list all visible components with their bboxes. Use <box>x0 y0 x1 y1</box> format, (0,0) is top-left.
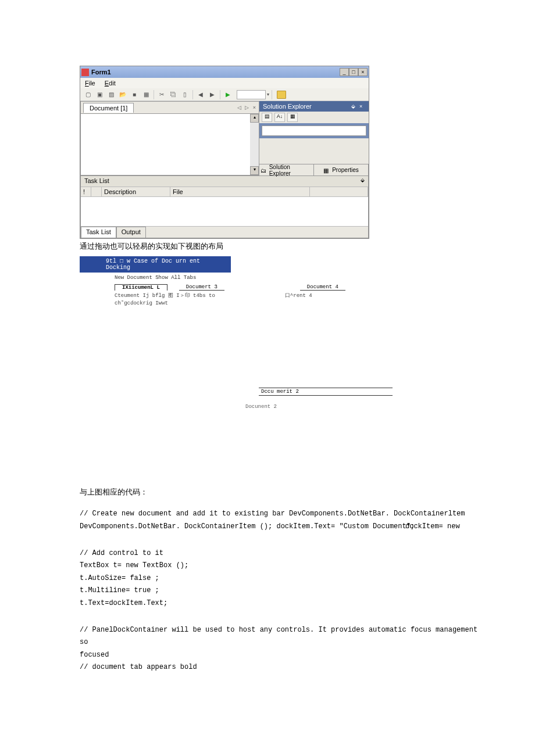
solution-search-input[interactable] <box>262 126 366 136</box>
col-description[interactable]: Description <box>102 187 170 196</box>
tab-output[interactable]: Output <box>116 227 146 238</box>
col-file[interactable]: File <box>170 187 310 196</box>
copy-icon[interactable]: ⿻ <box>168 89 179 100</box>
window-title: Form1 <box>91 69 340 76</box>
tab-close-icon[interactable]: × <box>251 105 258 111</box>
run-icon[interactable]: ▶ <box>223 89 233 100</box>
copy-windows-icon[interactable]: ▣ <box>94 89 105 100</box>
tasklist-pin-icon[interactable]: ⬙ <box>361 177 365 185</box>
config-dropdown[interactable] <box>237 90 266 99</box>
fig2-text-3: ch˜gcdockrig Iwwt <box>115 300 168 306</box>
fig2-tab-3[interactable]: Document 4 <box>300 284 345 291</box>
tab-tasklist[interactable]: Task List <box>81 227 116 238</box>
sort-icon[interactable]: A↓ <box>274 113 285 122</box>
tasklist-header-row: ! Description File <box>81 187 368 197</box>
code-line-right: dockItem= new <box>405 521 460 533</box>
document-panel: Document [1] ◁ ▷ × ▴ ▾ <box>80 101 259 175</box>
fig2-lower-tab[interactable]: Dccu merit 2 <box>259 388 393 396</box>
code-line: // Create new document and add it to exi… <box>80 508 487 521</box>
caption-1: 通过拖动也可以轻易的实现如下视图的布局 <box>80 241 535 252</box>
solution-title: Solution Explorer <box>263 103 351 110</box>
code-line: t.Multiline= true ; <box>80 585 487 597</box>
tasklist-title: Task List <box>84 177 361 185</box>
form1-window: Form1 _ □ × File Edit ▢ ▣ ▨ 📂 ■ ▦ ✂ ⿻ ▯ … <box>80 66 369 239</box>
fig2-text-2: 口^rent 4 <box>285 292 312 299</box>
fig2-tab-1[interactable]: IXiicumenL L <box>115 284 167 291</box>
props-icon[interactable]: ▦ <box>287 113 298 122</box>
tasklist-panel: Task List ⬙ ! Description File Task List… <box>80 175 369 238</box>
nav-back-icon[interactable]: ◀ <box>195 89 206 100</box>
tasklist-body[interactable] <box>81 197 368 226</box>
col-priority[interactable]: ! <box>81 187 91 196</box>
fig2-lower-label: Docunent 2 <box>245 404 394 410</box>
solution-explorer-icon: 🗂 <box>261 167 268 173</box>
col-spacer <box>310 187 368 196</box>
code-line: // document tab appears bold <box>80 661 487 674</box>
nav-fwd-icon[interactable]: ▶ <box>207 89 217 100</box>
solution-explorer-panel: Solution Explorer ⬙ × ▤ A↓ ▦ 🗂 Solution … <box>259 101 369 175</box>
code-line: TextBox t= new TextBox (); <box>80 560 487 572</box>
maximize-button[interactable]: □ <box>349 68 358 76</box>
document-tab[interactable]: Document [1] <box>83 103 134 113</box>
tab-prev-icon[interactable]: ◁ <box>236 105 242 111</box>
saveall-icon[interactable]: ▦ <box>141 89 151 100</box>
tab-next-icon[interactable]: ▷ <box>244 105 250 111</box>
open-icon[interactable]: 📂 <box>117 89 128 100</box>
code-heading: 与上图相应的代码： <box>80 485 487 499</box>
fig2-subtitle: New Document Show All Tabs <box>80 273 394 282</box>
save-icon[interactable]: ■ <box>129 89 140 100</box>
code-section: 与上图相应的代码： // Create new document and add… <box>80 485 487 674</box>
folder-icon[interactable]: ▨ <box>106 89 116 100</box>
properties-icon: ▦ <box>323 167 330 173</box>
fig2-text-1: Cteument Ij bflg 图 I＞印 t4bs to <box>115 292 215 299</box>
app-icon <box>81 69 89 76</box>
tab-properties[interactable]: ▦ Properties <box>314 164 369 175</box>
panel-close-icon[interactable]: × <box>359 103 365 109</box>
code-line: // Add control to it <box>80 547 487 560</box>
figure-docking-example: 9tl □ w Case of Doc urn ent Docking New … <box>80 256 394 410</box>
scroll-down-icon[interactable]: ▾ <box>250 166 259 175</box>
solution-tree[interactable] <box>259 138 369 164</box>
fig2-tab-2[interactable]: Documert 3 <box>179 284 224 291</box>
code-line: t.AutoSize= false ; <box>80 572 487 585</box>
titlebar: Form1 _ □ × <box>80 66 369 78</box>
paste-icon[interactable]: ▯ <box>180 89 190 100</box>
code-line: // PanelDockContainer will be used to ho… <box>80 624 487 649</box>
toolbar: ▢ ▣ ▨ 📂 ■ ▦ ✂ ⿻ ▯ ◀ ▶ ▶ ▾ <box>80 88 369 101</box>
menubar: File Edit <box>80 78 369 88</box>
new-icon[interactable]: ▢ <box>83 89 93 100</box>
close-button[interactable]: × <box>358 68 368 76</box>
menu-file[interactable]: File <box>85 80 95 87</box>
tab-solution-explorer[interactable]: 🗂 Solution Explorer <box>259 164 314 175</box>
col-check[interactable] <box>91 187 102 196</box>
cut-icon[interactable]: ✂ <box>156 89 167 100</box>
open-folder-icon[interactable] <box>277 91 286 99</box>
code-line: focused <box>80 649 487 662</box>
categorize-icon[interactable]: ▤ <box>262 113 272 122</box>
code-line: t.Text=dockItem.Text; <box>80 597 487 610</box>
fig2-titlebar: 9tl □ w Case of Doc urn ent Docking <box>80 256 231 273</box>
code-line: DevComponents.DotNetBar. DockContainerIt… <box>80 522 415 531</box>
pin-icon[interactable]: ⬙ <box>351 103 357 109</box>
minimize-button[interactable]: _ <box>340 68 349 76</box>
menu-edit[interactable]: Edit <box>105 80 116 87</box>
scroll-up-icon[interactable]: ▴ <box>250 114 259 123</box>
document-content[interactable]: ▴ ▾ <box>81 113 259 175</box>
